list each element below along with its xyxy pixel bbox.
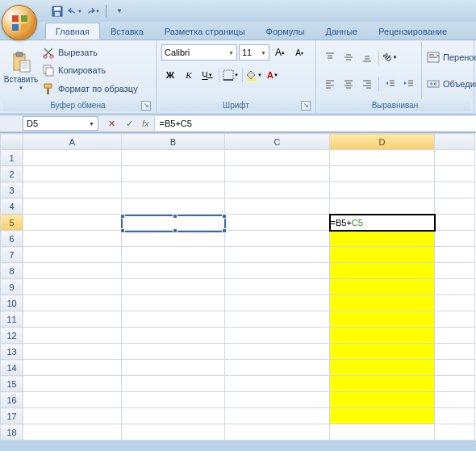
row-header[interactable]: 14 — [1, 360, 23, 376]
italic-button[interactable]: К — [180, 66, 198, 84]
format-painter-button[interactable]: Формат по образцу — [40, 80, 140, 97]
row-header[interactable]: 7 — [1, 247, 23, 263]
svg-rect-0 — [12, 15, 19, 22]
redo-icon[interactable]: ▼ — [86, 4, 100, 19]
cut-button[interactable]: Вырезать — [40, 44, 140, 61]
row-header[interactable]: 17 — [1, 408, 23, 424]
save-icon[interactable] — [50, 4, 65, 19]
copy-button[interactable]: Копировать — [40, 62, 140, 79]
office-button[interactable] — [2, 5, 37, 40]
cell-d5-active[interactable]: =B5+C5 — [330, 215, 435, 231]
row-header[interactable]: 4 — [1, 198, 23, 215]
tab-data[interactable]: Данные — [315, 23, 368, 40]
row-header[interactable]: 16 — [1, 392, 23, 408]
svg-rect-9 — [20, 61, 30, 72]
svg-rect-52 — [428, 81, 439, 87]
underline-button[interactable]: Ч▼ — [198, 66, 216, 84]
merge-button[interactable]: Объедин — [425, 76, 476, 93]
tab-insert[interactable]: Вставка — [100, 23, 154, 40]
row-header[interactable]: 12 — [1, 328, 23, 344]
tab-review[interactable]: Рецензирование — [368, 23, 457, 40]
cancel-formula-icon[interactable]: ✕ — [105, 117, 118, 130]
tab-home[interactable]: Главная — [45, 23, 100, 40]
group-clipboard: Вставить ▼ Вырезать Копировать Формат по… — [0, 40, 157, 113]
row-header[interactable]: 1 — [1, 150, 23, 166]
name-box[interactable]: D5▼ — [23, 116, 98, 131]
align-bottom-icon[interactable] — [358, 48, 376, 66]
row-header[interactable]: 3 — [1, 182, 23, 198]
row-header[interactable]: 9 — [1, 279, 23, 295]
row-header[interactable]: 18 — [1, 424, 23, 441]
qat-customize-icon[interactable]: ▼ — [112, 4, 127, 19]
worksheet-grid[interactable]: A B C D 1 2 3 4 5=B5+C5 6 7 8 9 10 11 12… — [0, 132, 476, 441]
paste-label: Вставить — [4, 75, 38, 84]
svg-rect-5 — [54, 7, 61, 10]
ribbon: Вставить ▼ Вырезать Копировать Формат по… — [0, 40, 476, 113]
svg-rect-3 — [21, 24, 27, 31]
fx-icon[interactable]: fx — [142, 119, 149, 128]
increase-indent-icon[interactable] — [400, 75, 418, 93]
row-header[interactable]: 13 — [1, 344, 23, 360]
group-font: Calibri▼ 11▼ A▴ A▾ Ж К Ч▼ ▼ ▼ A▼ Шрифт↘ — [157, 40, 316, 113]
row-header[interactable]: 2 — [1, 166, 23, 182]
svg-rect-21 — [247, 79, 257, 81]
group-label-font: Шрифт↘ — [160, 99, 312, 111]
clipboard-launcher-icon[interactable]: ↘ — [141, 101, 151, 111]
bold-button[interactable]: Ж — [161, 66, 179, 84]
row-header[interactable]: 8 — [1, 263, 23, 279]
group-label-alignment: Выравниван — [319, 99, 470, 111]
align-top-icon[interactable] — [321, 48, 339, 66]
svg-rect-8 — [16, 52, 23, 56]
svg-rect-18 — [47, 88, 49, 94]
accept-formula-icon[interactable]: ✓ — [123, 117, 136, 130]
tab-formulas[interactable]: Формулы — [256, 23, 315, 40]
wrap-text-button[interactable]: Перенос — [425, 48, 476, 65]
row-header[interactable]: 11 — [1, 311, 23, 328]
svg-rect-17 — [44, 84, 52, 88]
align-center-icon[interactable] — [340, 75, 357, 93]
fill-color-icon[interactable]: ▼ — [245, 66, 263, 84]
col-header-a[interactable]: A — [23, 134, 122, 150]
col-header-b[interactable]: B — [122, 134, 225, 150]
group-alignment: ab▼ Перенос Объедин Выравниван — [316, 40, 474, 113]
formula-bar: D5▼ ✕ ✓ fx =B5+C5 — [0, 115, 476, 132]
align-middle-icon[interactable] — [340, 48, 357, 66]
row-header[interactable]: 10 — [1, 295, 23, 311]
col-header-e[interactable] — [435, 134, 475, 150]
font-size-combo[interactable]: 11▼ — [239, 44, 269, 61]
svg-rect-2 — [12, 24, 19, 31]
borders-icon[interactable]: ▼ — [222, 66, 240, 84]
decrease-indent-icon[interactable] — [382, 75, 399, 93]
formula-input[interactable]: =B5+C5 — [154, 116, 476, 131]
grow-font-icon[interactable]: A▴ — [271, 44, 289, 61]
svg-rect-16 — [46, 68, 53, 76]
shrink-font-icon[interactable]: A▾ — [290, 44, 308, 61]
col-header-d[interactable]: D — [330, 134, 435, 150]
row-header[interactable]: 6 — [1, 231, 23, 247]
align-right-icon[interactable] — [358, 75, 376, 93]
font-launcher-icon[interactable]: ↘ — [301, 101, 311, 111]
paste-button[interactable]: Вставить ▼ — [3, 42, 39, 99]
col-header-c[interactable]: C — [225, 134, 330, 150]
row-header[interactable]: 15 — [1, 376, 23, 392]
svg-rect-1 — [21, 15, 27, 22]
font-family-combo[interactable]: Calibri▼ — [161, 44, 237, 61]
ribbon-tabs: Главная Вставка Разметка страницы Формул… — [0, 22, 476, 40]
svg-rect-6 — [55, 12, 60, 16]
svg-rect-19 — [223, 70, 233, 80]
row-header[interactable]: 5 — [1, 215, 23, 231]
quick-access-toolbar: ▼ ▼ ▼ — [50, 4, 127, 19]
title-bar: ▼ ▼ ▼ — [0, 0, 476, 22]
orientation-icon[interactable]: ab▼ — [382, 48, 399, 66]
undo-icon[interactable]: ▼ — [68, 4, 82, 19]
font-color-icon[interactable]: A▼ — [264, 66, 282, 84]
tab-page-layout[interactable]: Разметка страницы — [154, 23, 256, 40]
group-label-clipboard: Буфер обмена↘ — [3, 99, 152, 111]
cell[interactable] — [23, 150, 122, 166]
select-all-corner[interactable] — [1, 134, 23, 150]
align-left-icon[interactable] — [321, 75, 339, 93]
